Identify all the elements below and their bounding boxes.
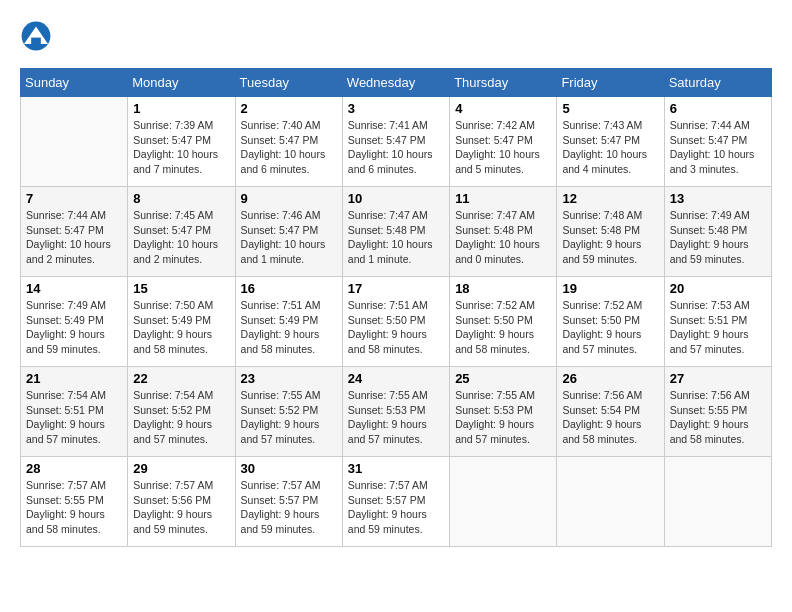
cell-info: Sunrise: 7:42 AMSunset: 5:47 PMDaylight:… [455,118,551,177]
days-header-row: SundayMondayTuesdayWednesdayThursdayFrid… [21,69,772,97]
day-number: 3 [348,101,444,116]
day-number: 11 [455,191,551,206]
calendar-cell [450,457,557,547]
calendar-cell: 21Sunrise: 7:54 AMSunset: 5:51 PMDayligh… [21,367,128,457]
cell-info: Sunrise: 7:56 AMSunset: 5:55 PMDaylight:… [670,388,766,447]
calendar-cell: 23Sunrise: 7:55 AMSunset: 5:52 PMDayligh… [235,367,342,457]
cell-info: Sunrise: 7:41 AMSunset: 5:47 PMDaylight:… [348,118,444,177]
cell-info: Sunrise: 7:56 AMSunset: 5:54 PMDaylight:… [562,388,658,447]
day-number: 6 [670,101,766,116]
cell-info: Sunrise: 7:46 AMSunset: 5:47 PMDaylight:… [241,208,337,267]
calendar-cell: 16Sunrise: 7:51 AMSunset: 5:49 PMDayligh… [235,277,342,367]
day-number: 13 [670,191,766,206]
day-number: 19 [562,281,658,296]
day-number: 22 [133,371,229,386]
calendar-week-row: 7Sunrise: 7:44 AMSunset: 5:47 PMDaylight… [21,187,772,277]
cell-info: Sunrise: 7:52 AMSunset: 5:50 PMDaylight:… [562,298,658,357]
cell-info: Sunrise: 7:45 AMSunset: 5:47 PMDaylight:… [133,208,229,267]
day-header-monday: Monday [128,69,235,97]
calendar-table: SundayMondayTuesdayWednesdayThursdayFrid… [20,68,772,547]
calendar-cell: 26Sunrise: 7:56 AMSunset: 5:54 PMDayligh… [557,367,664,457]
cell-info: Sunrise: 7:54 AMSunset: 5:51 PMDaylight:… [26,388,122,447]
day-number: 29 [133,461,229,476]
day-number: 28 [26,461,122,476]
day-number: 9 [241,191,337,206]
cell-info: Sunrise: 7:48 AMSunset: 5:48 PMDaylight:… [562,208,658,267]
cell-info: Sunrise: 7:39 AMSunset: 5:47 PMDaylight:… [133,118,229,177]
calendar-cell: 31Sunrise: 7:57 AMSunset: 5:57 PMDayligh… [342,457,449,547]
day-number: 18 [455,281,551,296]
calendar-cell: 10Sunrise: 7:47 AMSunset: 5:48 PMDayligh… [342,187,449,277]
calendar-cell: 12Sunrise: 7:48 AMSunset: 5:48 PMDayligh… [557,187,664,277]
calendar-cell: 17Sunrise: 7:51 AMSunset: 5:50 PMDayligh… [342,277,449,367]
calendar-week-row: 14Sunrise: 7:49 AMSunset: 5:49 PMDayligh… [21,277,772,367]
header [20,20,772,52]
day-header-sunday: Sunday [21,69,128,97]
cell-info: Sunrise: 7:49 AMSunset: 5:48 PMDaylight:… [670,208,766,267]
day-number: 2 [241,101,337,116]
calendar-cell [664,457,771,547]
logo-icon [20,20,52,52]
day-number: 30 [241,461,337,476]
cell-info: Sunrise: 7:55 AMSunset: 5:52 PMDaylight:… [241,388,337,447]
cell-info: Sunrise: 7:43 AMSunset: 5:47 PMDaylight:… [562,118,658,177]
calendar-cell: 29Sunrise: 7:57 AMSunset: 5:56 PMDayligh… [128,457,235,547]
cell-info: Sunrise: 7:55 AMSunset: 5:53 PMDaylight:… [455,388,551,447]
day-number: 4 [455,101,551,116]
calendar-cell: 25Sunrise: 7:55 AMSunset: 5:53 PMDayligh… [450,367,557,457]
cell-info: Sunrise: 7:47 AMSunset: 5:48 PMDaylight:… [348,208,444,267]
day-number: 24 [348,371,444,386]
day-number: 27 [670,371,766,386]
day-header-friday: Friday [557,69,664,97]
cell-info: Sunrise: 7:55 AMSunset: 5:53 PMDaylight:… [348,388,444,447]
calendar-cell: 24Sunrise: 7:55 AMSunset: 5:53 PMDayligh… [342,367,449,457]
cell-info: Sunrise: 7:49 AMSunset: 5:49 PMDaylight:… [26,298,122,357]
svg-rect-2 [31,38,41,44]
calendar-cell: 28Sunrise: 7:57 AMSunset: 5:55 PMDayligh… [21,457,128,547]
calendar-week-row: 28Sunrise: 7:57 AMSunset: 5:55 PMDayligh… [21,457,772,547]
calendar-cell: 9Sunrise: 7:46 AMSunset: 5:47 PMDaylight… [235,187,342,277]
day-number: 20 [670,281,766,296]
day-number: 8 [133,191,229,206]
cell-info: Sunrise: 7:47 AMSunset: 5:48 PMDaylight:… [455,208,551,267]
cell-info: Sunrise: 7:51 AMSunset: 5:49 PMDaylight:… [241,298,337,357]
calendar-header: SundayMondayTuesdayWednesdayThursdayFrid… [21,69,772,97]
calendar-body: 1Sunrise: 7:39 AMSunset: 5:47 PMDaylight… [21,97,772,547]
calendar-cell: 4Sunrise: 7:42 AMSunset: 5:47 PMDaylight… [450,97,557,187]
day-number: 16 [241,281,337,296]
day-header-wednesday: Wednesday [342,69,449,97]
day-number: 1 [133,101,229,116]
calendar-cell: 8Sunrise: 7:45 AMSunset: 5:47 PMDaylight… [128,187,235,277]
calendar-cell: 2Sunrise: 7:40 AMSunset: 5:47 PMDaylight… [235,97,342,187]
calendar-cell: 19Sunrise: 7:52 AMSunset: 5:50 PMDayligh… [557,277,664,367]
calendar-cell: 7Sunrise: 7:44 AMSunset: 5:47 PMDaylight… [21,187,128,277]
day-number: 14 [26,281,122,296]
calendar-cell: 3Sunrise: 7:41 AMSunset: 5:47 PMDaylight… [342,97,449,187]
calendar-cell: 1Sunrise: 7:39 AMSunset: 5:47 PMDaylight… [128,97,235,187]
cell-info: Sunrise: 7:50 AMSunset: 5:49 PMDaylight:… [133,298,229,357]
cell-info: Sunrise: 7:40 AMSunset: 5:47 PMDaylight:… [241,118,337,177]
logo [20,20,56,52]
calendar-cell: 14Sunrise: 7:49 AMSunset: 5:49 PMDayligh… [21,277,128,367]
calendar-cell: 13Sunrise: 7:49 AMSunset: 5:48 PMDayligh… [664,187,771,277]
calendar-week-row: 1Sunrise: 7:39 AMSunset: 5:47 PMDaylight… [21,97,772,187]
calendar-cell: 27Sunrise: 7:56 AMSunset: 5:55 PMDayligh… [664,367,771,457]
calendar-cell [557,457,664,547]
calendar-cell: 20Sunrise: 7:53 AMSunset: 5:51 PMDayligh… [664,277,771,367]
calendar-week-row: 21Sunrise: 7:54 AMSunset: 5:51 PMDayligh… [21,367,772,457]
cell-info: Sunrise: 7:57 AMSunset: 5:57 PMDaylight:… [241,478,337,537]
cell-info: Sunrise: 7:57 AMSunset: 5:57 PMDaylight:… [348,478,444,537]
cell-info: Sunrise: 7:54 AMSunset: 5:52 PMDaylight:… [133,388,229,447]
day-number: 10 [348,191,444,206]
day-number: 25 [455,371,551,386]
cell-info: Sunrise: 7:44 AMSunset: 5:47 PMDaylight:… [26,208,122,267]
calendar-cell: 6Sunrise: 7:44 AMSunset: 5:47 PMDaylight… [664,97,771,187]
day-number: 12 [562,191,658,206]
calendar-cell: 30Sunrise: 7:57 AMSunset: 5:57 PMDayligh… [235,457,342,547]
calendar-cell: 5Sunrise: 7:43 AMSunset: 5:47 PMDaylight… [557,97,664,187]
day-number: 21 [26,371,122,386]
day-number: 5 [562,101,658,116]
day-number: 15 [133,281,229,296]
day-number: 23 [241,371,337,386]
cell-info: Sunrise: 7:44 AMSunset: 5:47 PMDaylight:… [670,118,766,177]
